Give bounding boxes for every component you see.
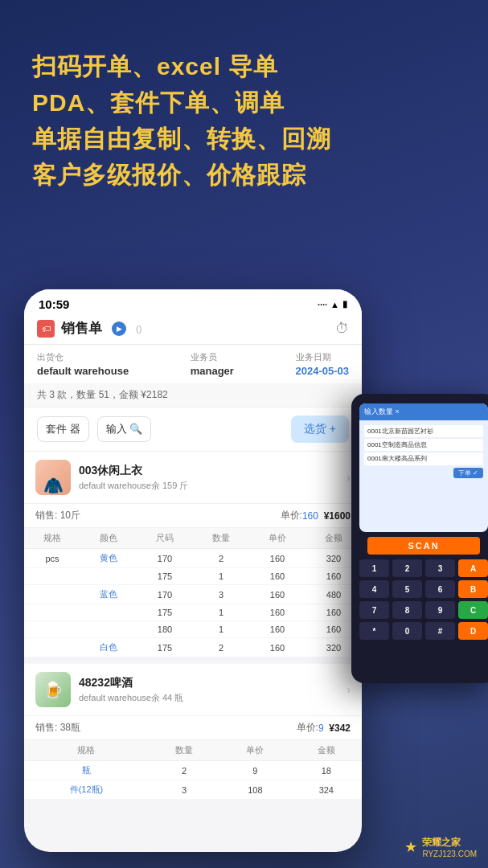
phone-mockup: 10:59 ···· ▲ ▮ 🏷 销售单 ▶ () ⏱ 出货仓 default … — [24, 289, 362, 852]
sku-size: 180 — [137, 621, 193, 638]
date-label: 业务日期 — [296, 351, 350, 363]
product-info-2: 48232啤酒 default warehouse余 44 瓶 — [79, 676, 347, 704]
pda-keypad: 1 2 3 A 4 5 6 B 7 8 9 C * 0 # D — [351, 555, 488, 645]
pda-key-3[interactable]: 3 — [425, 559, 455, 577]
pda-key-1[interactable]: 1 — [359, 559, 389, 577]
pda-key-d[interactable]: D — [458, 622, 488, 640]
sku-header-price-2: 单价 — [219, 740, 290, 761]
sales-row-1: 销售: 10斤 单价: 160 ¥1600 — [24, 504, 362, 528]
unit-price-label-2: 单价: — [297, 721, 318, 735]
pda-key-hash[interactable]: # — [425, 622, 455, 640]
sku-row: 件(12瓶) 3 108 324 — [24, 780, 362, 800]
sku-size: 175 — [137, 604, 193, 621]
pda-key-8[interactable]: 8 — [392, 601, 422, 619]
sku-price: 160 — [249, 568, 306, 585]
pda-item-2: 0001空制造商品信息 — [364, 439, 483, 451]
pda-screen-title: 输入数量 × — [364, 407, 400, 417]
product-info-1: 003休闲上衣 default warehouse余 159 斤 — [79, 464, 347, 492]
sku-row: 180 1 160 160 — [24, 621, 362, 638]
sku-price: 160 — [249, 549, 306, 568]
pda-key-a[interactable]: A — [458, 559, 488, 577]
sku-price: 160 — [249, 638, 306, 657]
signal-icon: ···· — [318, 300, 327, 309]
pda-key-b[interactable]: B — [458, 580, 488, 598]
unit-price-1: 160 — [302, 510, 318, 522]
sku-spec: 件(12瓶) — [24, 780, 149, 800]
input-label: 输入 🔍 — [106, 422, 143, 436]
summary-row: 共 3 款，数量 51，金额 ¥2182 — [24, 383, 362, 407]
sku-header-qty-2: 数量 — [149, 740, 219, 761]
pda-key-4[interactable]: 4 — [359, 580, 389, 598]
sku-qty: 2 — [149, 761, 219, 780]
sku-spec — [24, 621, 80, 638]
sku-spec: 瓶 — [24, 761, 149, 780]
sku-row: 175 1 160 160 — [24, 568, 362, 585]
pda-key-9[interactable]: 9 — [425, 601, 455, 619]
product-card-1: 🧥 003休闲上衣 default warehouse余 159 斤 › 销售:… — [24, 452, 362, 657]
product-card-2: 🍺 48232啤酒 default warehouse余 44 瓶 › 销售: … — [24, 664, 362, 800]
sku-qty: 3 — [193, 585, 249, 604]
toolbar: 套件 器 输入 🔍 选货 + — [24, 407, 362, 452]
info-row: 出货仓 default warehouse 业务员 manager 业务日期 2… — [24, 345, 362, 383]
pda-key-c[interactable]: C — [458, 601, 488, 619]
sku-size: 175 — [137, 638, 193, 657]
sku-header-price-1: 单价 — [249, 528, 306, 549]
salesperson-value: manager — [191, 365, 234, 377]
hero-section: 扫码开单、excel 导单 PDA、套件下单、调单 单据自由复制、转换、回溯 客… — [0, 0, 488, 217]
sku-price: 160 — [249, 621, 306, 638]
date-value: 2024-05-03 — [296, 365, 350, 377]
product-header-2[interactable]: 🍺 48232啤酒 default warehouse余 44 瓶 › — [24, 664, 362, 716]
sku-header-spec-2: 规格 — [24, 740, 149, 761]
pda-scan-button[interactable]: SCAN — [367, 537, 480, 555]
app-subtitle: () — [136, 324, 141, 334]
kit-label: 套件 器 — [46, 422, 80, 436]
salesperson-field: 业务员 manager — [191, 351, 234, 377]
sales-total-2: ¥342 — [329, 723, 351, 734]
sku-qty: 3 — [149, 780, 219, 800]
product-thumb-1: 🧥 — [35, 460, 71, 495]
pda-key-7[interactable]: 7 — [359, 601, 389, 619]
pda-confirm-btn[interactable]: 下单 ✓ — [453, 468, 483, 478]
sku-size: 170 — [137, 549, 193, 568]
pda-key-5[interactable]: 5 — [392, 580, 422, 598]
sku-qty: 2 — [193, 638, 249, 657]
select-button[interactable]: 选货 + — [291, 416, 349, 443]
watermark-star-icon: ★ — [404, 838, 417, 856]
pda-screen-header: 输入数量 × — [359, 403, 488, 420]
sku-spec — [24, 585, 80, 604]
status-time: 10:59 — [39, 297, 69, 311]
salesperson-label: 业务员 — [191, 351, 234, 363]
sku-header-size-1: 尺码 — [137, 528, 193, 549]
sku-qty: 1 — [193, 621, 249, 638]
product-name-2: 48232啤酒 — [79, 676, 347, 690]
unit-price-2: 9 — [318, 723, 324, 734]
product-header-1[interactable]: 🧥 003休闲上衣 default warehouse余 159 斤 › — [24, 452, 362, 504]
sku-color: 黄色 — [80, 549, 137, 568]
sku-spec: pcs — [24, 549, 80, 568]
sku-qty: 2 — [193, 549, 249, 568]
sales-qty-1: 销售: 10斤 — [35, 509, 281, 522]
kit-button[interactable]: 套件 器 — [37, 416, 89, 442]
input-button[interactable]: 输入 🔍 — [97, 416, 152, 442]
watermark-title: 荣耀之家 — [422, 836, 477, 850]
pda-key-star[interactable]: * — [359, 622, 389, 640]
chevron-right-icon-1: › — [347, 471, 351, 484]
clock-icon[interactable]: ⏱ — [335, 321, 349, 337]
product-stock-1: default warehouse余 159 斤 — [79, 480, 347, 492]
unit-price-label-1: 单价: — [281, 509, 302, 522]
wifi-icon: ▲ — [330, 300, 339, 309]
sales-qty-2: 销售: 38瓶 — [35, 721, 297, 735]
pda-key-6[interactable]: 6 — [425, 580, 455, 598]
pda-key-2[interactable]: 2 — [392, 559, 422, 577]
pda-item-1: 0001北京新苗园艺衬衫 — [364, 425, 483, 437]
hero-line-3: 单据自由复制、转换、回溯 — [32, 121, 456, 157]
sku-price: 160 — [249, 585, 306, 604]
date-field: 业务日期 2024-05-03 — [296, 351, 350, 377]
sku-spec — [24, 638, 80, 657]
pda-screen: 输入数量 × 0001北京新苗园艺衬衫 0001空制造商品信息 0001南大楼高… — [359, 403, 488, 532]
select-label: 选货 + — [304, 422, 336, 435]
pda-key-0[interactable]: 0 — [392, 622, 422, 640]
sku-size: 175 — [137, 568, 193, 585]
play-icon[interactable]: ▶ — [112, 321, 126, 336]
sku-color: 白色 — [80, 638, 137, 657]
